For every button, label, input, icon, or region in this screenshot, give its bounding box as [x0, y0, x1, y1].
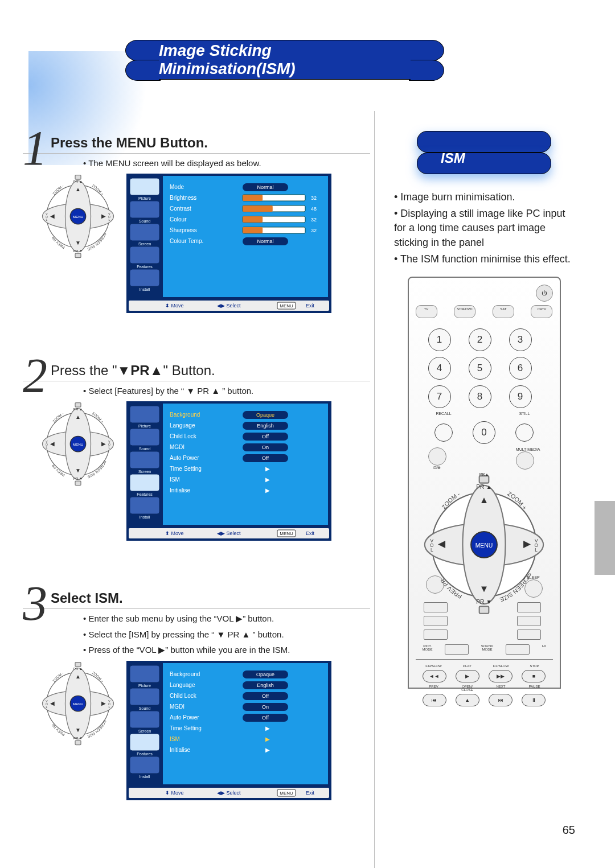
svg-rect-29	[130, 224, 159, 241]
svg-text:L: L	[109, 705, 110, 709]
step-3: 3 Select ISM. Enter the sub menu by usin…	[23, 569, 370, 800]
svg-text:▲: ▲	[75, 186, 81, 192]
num-0-button: 0	[473, 421, 495, 444]
svg-text:MENU: MENU	[280, 303, 293, 308]
svg-text:▶: ▶	[265, 476, 270, 483]
svg-rect-16	[75, 253, 81, 258]
svg-text:⬍ Move: ⬍ Move	[165, 790, 184, 796]
transport-button: ▶▶	[489, 670, 512, 682]
osd-screenshot: PictureSoundScreenFeaturesInstallBackgro…	[126, 661, 331, 800]
svg-text:Background: Background	[170, 412, 200, 418]
svg-text:▶: ▶	[265, 736, 270, 742]
recall-label: RECALL	[428, 412, 460, 416]
svg-text:▶: ▶	[265, 725, 270, 731]
source-catv-button: CATV	[531, 305, 552, 318]
osd-screenshot: PictureSoundScreenFeaturesInstallModeNor…	[126, 174, 331, 313]
svg-text:Child Lock: Child Lock	[170, 693, 197, 699]
transport-button: ▶	[456, 670, 479, 682]
svg-text:L: L	[46, 218, 48, 221]
num-5-button: 5	[469, 357, 491, 380]
svg-text:▼: ▼	[479, 583, 489, 594]
transport-label: OPEN/ CLOSE	[456, 685, 479, 692]
svg-text:Picture: Picture	[138, 424, 151, 428]
svg-rect-88	[130, 406, 159, 423]
svg-text:Colour Temp.: Colour Temp.	[170, 238, 203, 244]
svg-text:Screen: Screen	[138, 729, 151, 733]
num-6-button: 6	[509, 357, 532, 380]
svg-rect-27	[130, 201, 159, 218]
osd-screenshot: PictureSoundScreenFeaturesInstallBackgro…	[126, 401, 331, 541]
svg-text:Picture: Picture	[138, 196, 151, 200]
num-9-button: 9	[509, 385, 532, 408]
svg-text:MENU: MENU	[73, 215, 84, 219]
dpad-illustration: MENU ◀ ▶ ▲ ▼ V O L V O L PR ▲ PR ▼ ZOOM …	[35, 661, 121, 800]
svg-text:PR ▲: PR ▲	[73, 179, 83, 183]
source-vcr/dvd-button: VCR/DVD	[454, 305, 475, 318]
svg-text:L: L	[46, 705, 48, 709]
svg-text:On: On	[262, 445, 269, 450]
svg-rect-149	[163, 663, 328, 784]
svg-text:Time Setting: Time Setting	[170, 466, 202, 472]
step-title: Press the "▼PR▲" Button.	[51, 363, 215, 379]
svg-rect-158	[130, 756, 159, 774]
ism-pill-label: ISM	[441, 150, 465, 166]
ism-bullet: Image burn minimisation.	[394, 190, 574, 204]
svg-rect-48	[243, 216, 263, 223]
svg-text:Screen: Screen	[138, 470, 151, 474]
svg-rect-15	[75, 175, 81, 180]
svg-text:PR ▼: PR ▼	[73, 476, 83, 480]
transport-label: PREV	[423, 685, 445, 692]
step-number: 2	[23, 359, 47, 393]
transport-button: ▲	[456, 694, 479, 706]
num-8-button: 8	[469, 385, 491, 408]
page-title-band: Image Sticking Minimisation(ISM)	[125, 40, 444, 80]
svg-text:Sound: Sound	[139, 219, 150, 223]
num-1-button: 1	[428, 328, 451, 351]
misc-button	[517, 616, 541, 626]
svg-text:32: 32	[311, 228, 317, 233]
svg-rect-140	[75, 663, 81, 667]
svg-text:PR ▲: PR ▲	[73, 667, 83, 670]
ism-bullet: Displaying a still image like PC input f…	[394, 207, 574, 250]
svg-rect-44	[243, 205, 273, 212]
recall-button	[434, 423, 453, 442]
svg-rect-33	[130, 269, 159, 286]
svg-text:▼: ▼	[75, 240, 81, 246]
svg-rect-40	[243, 195, 263, 201]
page-edge-tab	[594, 501, 615, 575]
svg-rect-92	[130, 451, 159, 468]
svg-text:MENU: MENU	[73, 442, 84, 446]
svg-rect-203	[479, 606, 489, 614]
svg-text:Features: Features	[137, 752, 153, 756]
svg-text:Sound: Sound	[139, 706, 150, 710]
svg-text:L: L	[109, 446, 110, 449]
num-7-button: 7	[428, 385, 451, 408]
still-button	[515, 423, 534, 442]
svg-text:▶: ▶	[101, 213, 106, 219]
svg-text:L: L	[430, 547, 433, 553]
svg-text:▼: ▼	[75, 467, 81, 474]
svg-text:PR ▲: PR ▲	[73, 407, 83, 411]
svg-text:Language: Language	[170, 682, 195, 688]
svg-text:Language: Language	[170, 422, 195, 429]
svg-text:MENU: MENU	[280, 791, 293, 796]
svg-text:Sound: Sound	[139, 447, 150, 451]
svg-text:▶: ▶	[101, 441, 106, 447]
svg-text:Exit: Exit	[306, 790, 315, 796]
svg-text:Exit: Exit	[306, 303, 315, 308]
svg-rect-25	[130, 178, 159, 195]
svg-rect-87	[163, 404, 328, 525]
svg-text:L: L	[535, 547, 538, 553]
step-number: 1	[23, 131, 47, 165]
svg-text:On: On	[262, 704, 269, 710]
transport-button: ⏮	[423, 694, 446, 706]
svg-text:Off: Off	[262, 715, 269, 721]
svg-text:Normal: Normal	[257, 184, 273, 190]
steps-column: 1 Press the MENU Button. The MENU screen…	[23, 114, 370, 817]
svg-text:◀▶ Select: ◀▶ Select	[217, 530, 241, 536]
svg-text:MGDI: MGDI	[170, 704, 184, 710]
transport-label: PLAY	[456, 664, 479, 668]
svg-text:Child Lock: Child Lock	[170, 433, 197, 439]
step-title: Press the MENU Button.	[51, 135, 208, 151]
svg-text:Auto Power: Auto Power	[170, 714, 199, 721]
